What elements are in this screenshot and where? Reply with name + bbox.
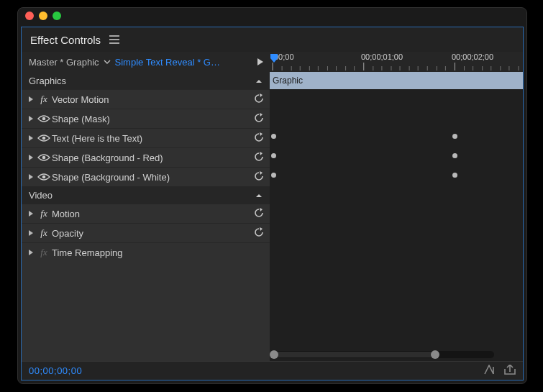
reset-icon[interactable] xyxy=(252,171,265,183)
eye-icon[interactable] xyxy=(36,134,52,142)
twirl-right-icon[interactable] xyxy=(26,173,36,181)
twirl-right-icon[interactable] xyxy=(26,210,36,217)
property-row-shape-bg-white[interactable]: Shape (Background - White) xyxy=(22,167,270,186)
ruler-ticks: 00;00 00;00;01;00 00;00;02;00 xyxy=(270,52,523,72)
property-row-opacity[interactable]: fx Opacity xyxy=(22,223,270,242)
panel-title: Effect Controls xyxy=(30,34,101,46)
timeline-ruler[interactable]: 00;00 00;00;01;00 00;00;02;00 xyxy=(270,52,523,72)
playhead-indicator[interactable] xyxy=(270,53,278,62)
close-window-button[interactable] xyxy=(25,12,34,20)
content: Graphics fx Vector Motion xyxy=(22,72,523,361)
property-label: Shape (Background - White) xyxy=(52,172,170,183)
twirl-right-icon[interactable] xyxy=(26,249,36,256)
ruler-label: 00;00;01;00 xyxy=(361,53,403,61)
twirl-right-icon[interactable] xyxy=(26,96,36,103)
reset-icon[interactable] xyxy=(252,152,265,164)
property-row-time-remapping[interactable]: fx Time Remapping xyxy=(22,242,270,262)
section-title: Graphics xyxy=(29,76,66,86)
twirl-right-icon[interactable] xyxy=(26,154,36,161)
export-icon[interactable] xyxy=(504,365,516,377)
reset-icon[interactable] xyxy=(252,94,265,106)
panel-menu-icon[interactable] xyxy=(109,35,119,44)
sequence-clip-label[interactable]: Simple Text Reveal * G… xyxy=(115,57,220,68)
go-to-playhead-button[interactable] xyxy=(254,54,267,70)
twirl-right-icon[interactable] xyxy=(26,135,36,142)
panel-body: Master * Graphic Simple Text Reveal * G… xyxy=(22,52,523,380)
chevron-down-icon[interactable] xyxy=(104,59,111,65)
toggle-audio-icon[interactable] xyxy=(484,365,497,377)
macos-titlebar xyxy=(18,8,526,24)
clip-band[interactable]: Graphic xyxy=(270,72,523,89)
app-window: Effect Controls Master * Graphic Simple … xyxy=(17,7,527,384)
property-row-shape-bg-red[interactable]: Shape (Background - Red) xyxy=(22,147,270,167)
keyframe-icon[interactable] xyxy=(271,173,276,178)
fx-icon: fx xyxy=(40,227,47,239)
minimize-window-button[interactable] xyxy=(39,12,47,20)
svg-point-33 xyxy=(42,156,46,160)
property-label: Motion xyxy=(52,209,80,219)
effect-controls-panel: Effect Controls Master * Graphic Simple … xyxy=(21,27,524,380)
property-label: Opacity xyxy=(52,228,83,239)
properties-column: Graphics fx Vector Motion xyxy=(22,72,270,361)
panel-header: Effect Controls xyxy=(22,27,523,52)
timeline-zoom-scrollbar[interactable] xyxy=(270,351,494,358)
section-header-video[interactable]: Video xyxy=(22,186,270,204)
property-label: Text (Here is the Text) xyxy=(52,133,142,144)
keyframe-icon[interactable] xyxy=(271,153,276,158)
panel-footer: 00;00;00;00 xyxy=(22,361,523,380)
ruler-label: 00;00;02;00 xyxy=(452,53,493,61)
fx-icon: fx xyxy=(40,208,47,219)
zoom-window-button[interactable] xyxy=(53,12,61,20)
current-timecode[interactable]: 00;00;00;00 xyxy=(29,365,82,376)
twirl-right-icon[interactable] xyxy=(26,229,36,237)
eye-icon[interactable] xyxy=(36,114,52,123)
svg-point-31 xyxy=(42,117,46,121)
property-row-vector-motion[interactable]: fx Vector Motion xyxy=(22,89,270,109)
breadcrumb: Master * Graphic Simple Text Reveal * G… xyxy=(22,52,270,72)
clip-band-label: Graphic xyxy=(273,76,303,86)
fx-icon: fx xyxy=(40,94,47,105)
property-label: Shape (Mask) xyxy=(52,114,110,124)
keyframe-icon[interactable] xyxy=(452,173,457,178)
svg-point-34 xyxy=(42,176,46,179)
timeline-tracks[interactable]: Graphic xyxy=(270,72,523,361)
reset-icon[interactable] xyxy=(252,208,265,220)
property-row-text[interactable]: Text (Here is the Text) xyxy=(22,128,270,147)
eye-icon[interactable] xyxy=(36,173,52,181)
reset-icon[interactable] xyxy=(252,132,265,145)
reset-icon[interactable] xyxy=(252,113,265,125)
property-label: Vector Motion xyxy=(52,94,109,105)
twirl-right-icon[interactable] xyxy=(26,115,36,122)
reset-icon[interactable] xyxy=(252,227,265,240)
keyframe-icon[interactable] xyxy=(452,134,457,139)
section-title: Video xyxy=(29,190,53,201)
section-header-graphics[interactable]: Graphics xyxy=(22,72,270,89)
property-label: Shape (Background - Red) xyxy=(52,152,163,163)
keyframe-icon[interactable] xyxy=(271,134,276,139)
scroll-range[interactable] xyxy=(274,352,433,357)
property-row-motion[interactable]: fx Motion xyxy=(22,204,270,223)
zoom-handle-left[interactable] xyxy=(270,350,278,359)
collapse-up-icon[interactable] xyxy=(255,76,263,86)
property-label: Time Remapping xyxy=(52,247,123,258)
collapse-up-icon[interactable] xyxy=(255,190,263,201)
master-clip-label[interactable]: Master * Graphic xyxy=(29,57,99,68)
fx-icon: fx xyxy=(40,247,47,258)
breadcrumb-row: Master * Graphic Simple Text Reveal * G… xyxy=(22,52,523,72)
zoom-handle-right[interactable] xyxy=(431,350,439,359)
property-row-shape-mask[interactable]: Shape (Mask) xyxy=(22,109,270,128)
svg-point-32 xyxy=(42,137,46,140)
keyframe-icon[interactable] xyxy=(452,153,457,158)
eye-icon[interactable] xyxy=(36,153,52,162)
